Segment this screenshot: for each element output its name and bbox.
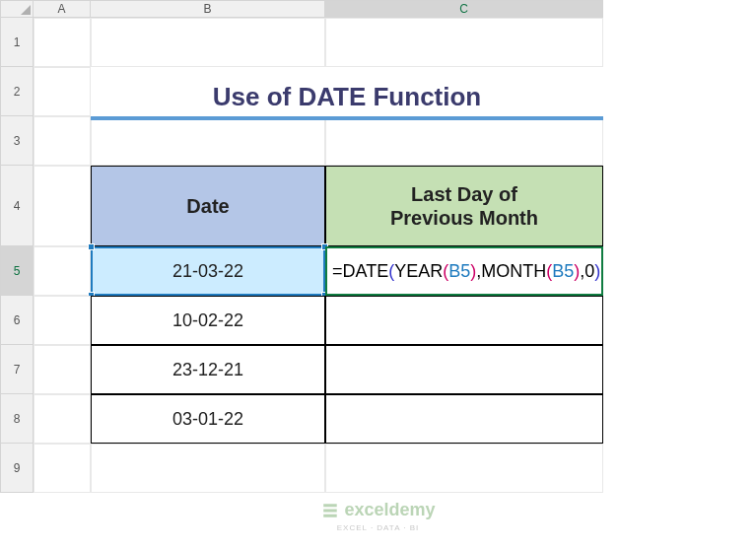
- watermark: exceldemy EXCEL · DATA · BI: [320, 500, 435, 532]
- cell-b6[interactable]: 10-02-22: [91, 296, 325, 345]
- formula-text: =DATE(YEAR(B5),MONTH(B5),0): [332, 261, 600, 282]
- row-header-6[interactable]: 6: [0, 296, 34, 345]
- cell-a1[interactable]: [34, 18, 91, 67]
- cell-b7-value: 23-12-21: [172, 360, 243, 380]
- cell-b7[interactable]: 23-12-21: [91, 345, 325, 394]
- title-merged-cell[interactable]: Use of DATE Function: [91, 67, 603, 116]
- row-header-3[interactable]: 3: [0, 116, 34, 166]
- watermark-brand: exceldemy: [344, 500, 435, 520]
- col-header-b[interactable]: B: [91, 0, 325, 18]
- cell-c5[interactable]: =DATE(YEAR(B5),MONTH(B5),0): [325, 246, 603, 296]
- row-header-1[interactable]: 1: [0, 18, 34, 67]
- cell-a8[interactable]: [34, 394, 91, 444]
- range-handle-icon: [88, 243, 95, 250]
- cell-c8[interactable]: [325, 394, 603, 444]
- cell-b6-value: 10-02-22: [172, 310, 243, 331]
- logo-icon: [320, 502, 338, 519]
- row-header-5[interactable]: 5: [0, 246, 34, 296]
- cell-b9[interactable]: [91, 444, 325, 493]
- watermark-sub: EXCEL · DATA · BI: [337, 523, 420, 532]
- header-date-label: Date: [186, 194, 229, 218]
- header-date[interactable]: Date: [91, 166, 325, 246]
- row-header-7[interactable]: 7: [0, 345, 34, 394]
- cell-a5[interactable]: [34, 246, 91, 296]
- row-header-8[interactable]: 8: [0, 394, 34, 444]
- cell-b8-value: 03-01-22: [172, 409, 243, 430]
- cell-a4[interactable]: [34, 166, 91, 246]
- cell-c6[interactable]: [325, 296, 603, 345]
- cell-b8[interactable]: 03-01-22: [91, 394, 325, 444]
- cell-c1[interactable]: [325, 18, 603, 67]
- cell-a2[interactable]: [34, 67, 91, 116]
- cell-b1[interactable]: [91, 18, 325, 67]
- cell-a6[interactable]: [34, 296, 91, 345]
- cell-a9[interactable]: [34, 444, 91, 493]
- cell-a7[interactable]: [34, 345, 91, 394]
- col-header-a[interactable]: A: [34, 0, 91, 18]
- row-header-4[interactable]: 4: [0, 166, 34, 246]
- page-title: Use of DATE Function: [213, 82, 482, 112]
- cell-b5[interactable]: 21-03-22: [91, 246, 325, 296]
- select-all-corner[interactable]: [0, 0, 34, 18]
- col-header-c[interactable]: C: [325, 0, 603, 18]
- header-last-day[interactable]: Last Day of Previous Month: [325, 166, 603, 246]
- cell-a3[interactable]: [34, 116, 91, 166]
- cell-b3[interactable]: [91, 116, 325, 166]
- cell-c9[interactable]: [325, 444, 603, 493]
- spreadsheet-grid: A B C 1 2 Use of DATE Function 3 4 Date …: [0, 0, 756, 493]
- cell-c7[interactable]: [325, 345, 603, 394]
- cell-c3[interactable]: [325, 116, 603, 166]
- header-last-line2: Previous Month: [390, 206, 538, 230]
- row-header-9[interactable]: 9: [0, 444, 34, 493]
- row-header-2[interactable]: 2: [0, 67, 34, 116]
- header-last-line1: Last Day of: [411, 182, 517, 206]
- cell-b5-value: 21-03-22: [172, 261, 243, 282]
